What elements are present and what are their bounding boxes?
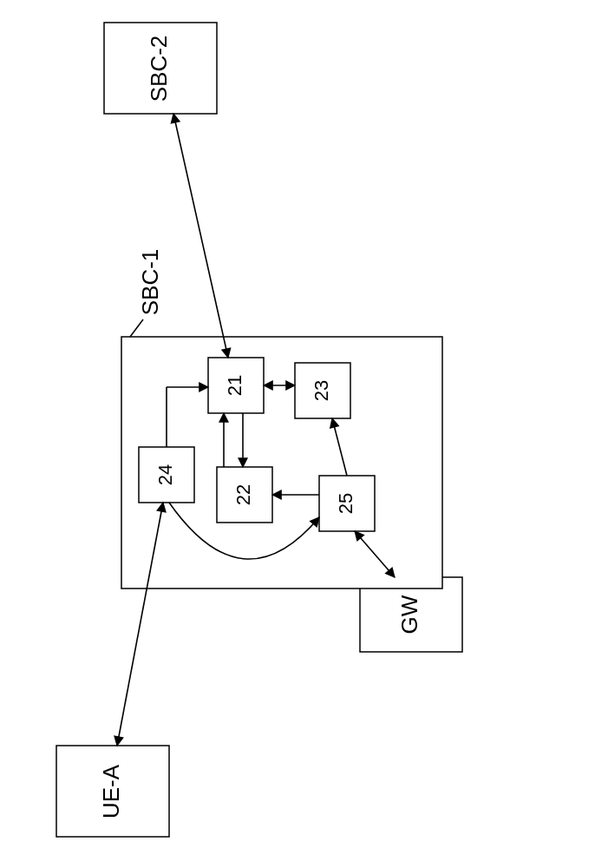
node-23-label: 23: [311, 380, 332, 401]
node-sbc1-label: SBC-1: [137, 249, 163, 316]
node-ue-a-label: UE-A: [98, 764, 124, 819]
node-gw-label: GW: [396, 595, 422, 634]
node-sbc2-label: SBC-2: [146, 36, 172, 102]
edge-sbc2-21: [173, 114, 228, 358]
node-24-label: 24: [154, 464, 176, 485]
diagram-canvas: SBC-2 UE-A GW SBC-1 24 21 22 23 25: [0, 0, 595, 868]
node-25-label: 25: [335, 493, 356, 514]
node-22-label: 22: [232, 484, 254, 505]
sbc1-label-leader: [130, 319, 143, 337]
node-21-label: 21: [224, 375, 245, 396]
